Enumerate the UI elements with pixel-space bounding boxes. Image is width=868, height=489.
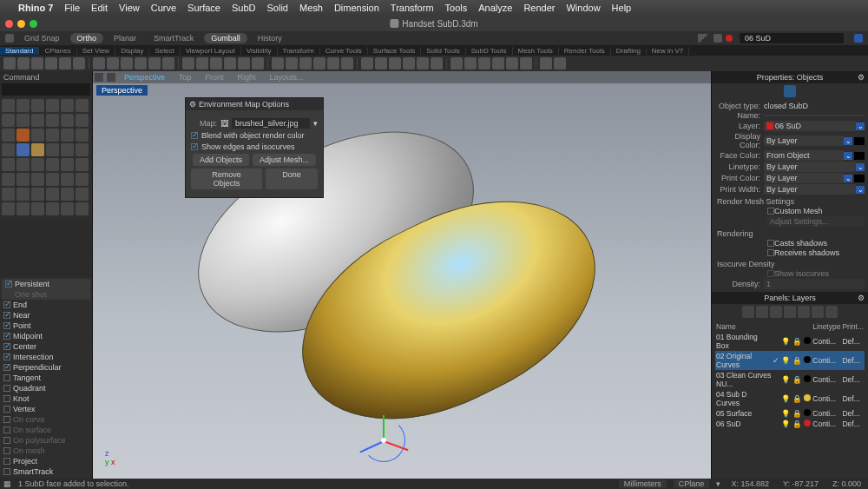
tool-30[interactable] bbox=[2, 173, 15, 186]
tool-29[interactable] bbox=[76, 158, 89, 171]
tool-6[interactable] bbox=[2, 114, 15, 127]
print-width-dropdown[interactable]: By Layer bbox=[764, 184, 856, 195]
toolbar-icon-18[interactable] bbox=[272, 57, 284, 69]
tool-21[interactable] bbox=[46, 143, 59, 156]
toolbar-icon-12[interactable] bbox=[182, 57, 194, 69]
tool-46[interactable] bbox=[61, 202, 74, 215]
toolbar-icon-29[interactable] bbox=[431, 57, 443, 69]
toolbar-icon-36[interactable] bbox=[540, 57, 552, 69]
done-button[interactable]: Done bbox=[266, 169, 318, 189]
menu-render[interactable]: Render bbox=[523, 3, 555, 13]
minimize-window-button[interactable] bbox=[17, 20, 25, 28]
tool-19[interactable] bbox=[16, 143, 30, 156]
toolbar-icon-31[interactable] bbox=[464, 57, 477, 69]
osnap-1-check[interactable] bbox=[3, 312, 10, 319]
layer-tool-4[interactable] bbox=[798, 306, 810, 318]
tool-42[interactable] bbox=[2, 202, 15, 215]
layer-tool-1[interactable] bbox=[756, 306, 768, 318]
prop-tab-object[interactable] bbox=[784, 85, 796, 97]
menu-curve[interactable]: Curve bbox=[151, 3, 176, 13]
persistent-check[interactable] bbox=[5, 281, 12, 287]
osnap-13-check[interactable] bbox=[3, 437, 10, 444]
tab-drafting[interactable]: Drafting bbox=[611, 47, 647, 55]
tool-3[interactable] bbox=[46, 99, 59, 112]
toolbar-icon-26[interactable] bbox=[389, 57, 401, 69]
menu-surface[interactable]: Surface bbox=[187, 3, 220, 13]
toolbar-icon-20[interactable] bbox=[299, 57, 312, 69]
layer-dropdown[interactable]: 06 SuD bbox=[764, 121, 856, 131]
toolbar-icon-6[interactable] bbox=[93, 57, 105, 69]
osnap-16-check[interactable] bbox=[3, 468, 10, 475]
planar-toggle[interactable]: Planar bbox=[107, 33, 143, 43]
add-objects-button[interactable]: Add Objects bbox=[193, 154, 249, 166]
layer-row-2[interactable]: 03 Clean Curves NU...💡🔒Conti...Def... bbox=[715, 370, 865, 389]
menu-mesh[interactable]: Mesh bbox=[299, 3, 323, 13]
history-toggle[interactable]: History bbox=[251, 33, 289, 43]
tool-36[interactable] bbox=[2, 188, 15, 201]
command-input[interactable] bbox=[2, 83, 90, 96]
toolbar-icon-16[interactable] bbox=[238, 57, 250, 69]
tool-18[interactable] bbox=[2, 143, 15, 156]
adjust-mesh-button[interactable]: Adjust Mesh... bbox=[253, 154, 316, 166]
toolbar-icon-22[interactable] bbox=[327, 57, 339, 69]
toolbar-icon-14[interactable] bbox=[210, 57, 222, 69]
tool-43[interactable] bbox=[16, 202, 30, 215]
viewport-tab-perspective[interactable]: Perspective bbox=[117, 73, 172, 82]
linetype-dropdown[interactable]: By Layer bbox=[764, 162, 856, 172]
tool-4[interactable] bbox=[61, 99, 74, 112]
menu-help[interactable]: Help bbox=[612, 3, 632, 13]
tab-mesh-tools[interactable]: Mesh Tools bbox=[513, 47, 559, 55]
gumball-widget[interactable] bbox=[353, 410, 414, 471]
osnap-14-check[interactable] bbox=[3, 447, 10, 454]
layer-tool-6[interactable] bbox=[825, 306, 838, 318]
status-chevron-icon[interactable]: ▾ bbox=[716, 479, 720, 488]
blend-check[interactable] bbox=[191, 132, 198, 139]
toolbar-icon-37[interactable] bbox=[554, 57, 566, 69]
osnap-11-check[interactable] bbox=[3, 416, 10, 423]
viewport-layout-icon[interactable] bbox=[95, 73, 103, 82]
tool-16[interactable] bbox=[61, 129, 74, 142]
tool-10[interactable] bbox=[61, 114, 74, 127]
toolbar-icon-7[interactable] bbox=[107, 57, 119, 69]
toolbar-icon-21[interactable] bbox=[313, 57, 326, 69]
osnap-9-check[interactable] bbox=[3, 395, 10, 402]
display-color-dropdown[interactable]: By Layer bbox=[764, 135, 844, 146]
menu-tools[interactable]: Tools bbox=[445, 3, 468, 13]
tool-39[interactable] bbox=[46, 188, 59, 201]
gumball-toggle[interactable]: Gumball bbox=[204, 33, 247, 43]
tool-44[interactable] bbox=[31, 202, 44, 215]
toolbar-icon-27[interactable] bbox=[403, 57, 415, 69]
osnap-3-check[interactable] bbox=[3, 333, 10, 340]
zoom-window-button[interactable] bbox=[30, 20, 37, 28]
toolbar-icon-13[interactable] bbox=[196, 57, 208, 69]
tab-select[interactable]: Select bbox=[149, 47, 180, 55]
osnap-4-check[interactable] bbox=[3, 343, 10, 350]
tool-35[interactable] bbox=[76, 173, 89, 186]
menu-analyze[interactable]: Analyze bbox=[478, 3, 512, 13]
toolbar-icon-8[interactable] bbox=[121, 57, 133, 69]
print-color-swatch[interactable] bbox=[854, 175, 865, 182]
menu-window[interactable]: Window bbox=[566, 3, 600, 13]
toolbar-icon-17[interactable] bbox=[252, 57, 264, 69]
tab-transform[interactable]: Transform bbox=[278, 47, 320, 55]
tool-14[interactable] bbox=[31, 129, 44, 142]
selection-filter-icon[interactable] bbox=[698, 34, 710, 43]
name-input[interactable] bbox=[764, 115, 865, 116]
tool-31[interactable] bbox=[16, 173, 30, 186]
osnap-7-check[interactable] bbox=[3, 374, 10, 381]
osnap-5-check[interactable] bbox=[3, 354, 10, 360]
casts-shadows-check[interactable] bbox=[767, 240, 774, 247]
panel-gear-icon[interactable]: ⚙ bbox=[858, 73, 865, 82]
menu-file[interactable]: File bbox=[64, 3, 80, 13]
tool-28[interactable] bbox=[61, 158, 74, 171]
menu-solid[interactable]: Solid bbox=[267, 3, 288, 13]
toolbar-icon-2[interactable] bbox=[31, 57, 43, 69]
toolbar-icon-30[interactable] bbox=[450, 57, 463, 69]
toolbar-icon-10[interactable] bbox=[148, 57, 161, 69]
viewport-max-icon[interactable] bbox=[107, 73, 115, 82]
toolbar-icon-1[interactable] bbox=[17, 57, 30, 69]
layer-tool-3[interactable] bbox=[784, 306, 796, 318]
tool-26[interactable] bbox=[31, 158, 44, 171]
chevron-icon[interactable]: ⌄ bbox=[844, 137, 852, 145]
tool-17[interactable] bbox=[76, 129, 89, 142]
